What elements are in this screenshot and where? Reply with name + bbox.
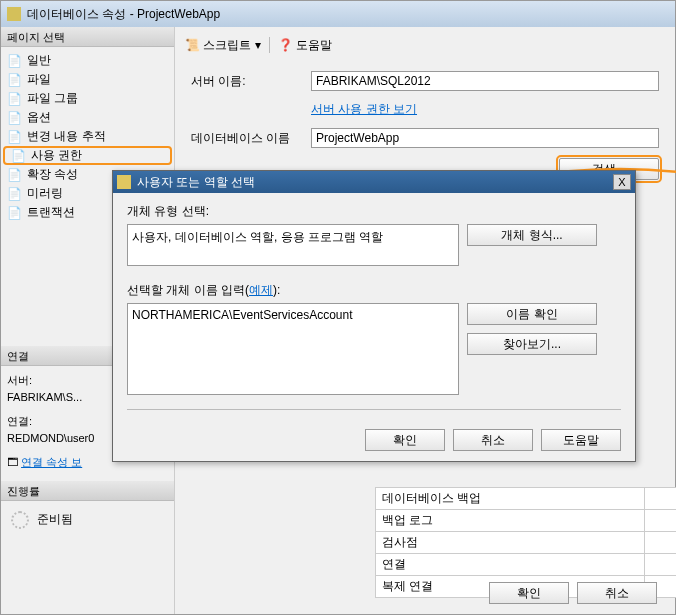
page-icon: 📄 (7, 130, 21, 144)
page-icon: 📄 (7, 92, 21, 106)
nav-general[interactable]: 📄일반 (1, 51, 174, 70)
object-names-input[interactable] (127, 303, 459, 395)
progress-header: 진행률 (1, 481, 174, 501)
dialog-title: 사용자 또는 역할 선택 (137, 174, 255, 191)
browse-button[interactable]: 찾아보기... (467, 333, 597, 355)
separator (269, 37, 270, 53)
nav-change-tracking[interactable]: 📄변경 내용 추적 (1, 127, 174, 146)
toolbar: 📜 스크립트 ▾ ❓ 도움말 (185, 33, 665, 57)
table-row: 연결 (376, 554, 677, 576)
check-names-button[interactable]: 이름 확인 (467, 303, 597, 325)
script-dropdown[interactable]: 스크립트 (203, 37, 251, 54)
page-icon: 📄 (7, 73, 21, 87)
page-icon: 📄 (7, 111, 21, 125)
server-name-label: 서버 이름: (191, 73, 311, 90)
view-server-perm-link[interactable]: 서버 사용 권한 보기 (311, 101, 417, 118)
nav-permissions[interactable]: 📄사용 권한 (3, 146, 172, 165)
conn-props-icon: 🗔 (7, 456, 18, 468)
ok-button[interactable]: 확인 (489, 582, 569, 604)
object-type-label: 개체 유형 선택: (127, 203, 621, 220)
close-button[interactable]: X (613, 174, 631, 190)
nav-options[interactable]: 📄옵션 (1, 108, 174, 127)
script-icon: 📜 (185, 38, 199, 52)
table-row: 데이터베이스 백업 (376, 488, 677, 510)
titlebar: 데이터베이스 속성 - ProjectWebApp (1, 1, 675, 27)
db-name-field (311, 128, 659, 148)
page-icon: 📄 (7, 54, 21, 68)
page-select-header: 페이지 선택 (1, 27, 174, 47)
page-icon: 📄 (7, 187, 21, 201)
spinner-icon (11, 511, 29, 529)
view-conn-props-link[interactable]: 연결 속성 보 (21, 456, 82, 468)
page-icon: 📄 (11, 149, 25, 163)
server-name-field (311, 71, 659, 91)
db-name-label: 데이터베이스 이름 (191, 130, 311, 147)
cancel-button[interactable]: 취소 (577, 582, 657, 604)
dialog-icon (117, 175, 131, 189)
page-icon: 📄 (7, 206, 21, 220)
object-type-box (127, 224, 459, 266)
dialog-cancel-button[interactable]: 취소 (453, 429, 533, 451)
nav-filegroups[interactable]: 📄파일 그룹 (1, 89, 174, 108)
dialog-titlebar: 사용자 또는 역할 선택 X (113, 171, 635, 193)
help-icon: ❓ (278, 38, 292, 52)
select-user-role-dialog: 사용자 또는 역할 선택 X 개체 유형 선택: 개체 형식... 선택할 개체… (112, 170, 636, 462)
db-icon (7, 7, 21, 21)
window-title: 데이터베이스 속성 - ProjectWebApp (27, 6, 220, 23)
page-icon: 📄 (7, 168, 21, 182)
dialog-help-button[interactable]: 도움말 (541, 429, 621, 451)
chevron-down-icon[interactable]: ▾ (255, 38, 261, 52)
progress-text: 준비됨 (37, 511, 73, 528)
table-row: 검사점 (376, 532, 677, 554)
dialog-ok-button[interactable]: 확인 (365, 429, 445, 451)
help-button[interactable]: 도움말 (296, 37, 332, 54)
table-row: 백업 로그 (376, 510, 677, 532)
names-label: 선택할 개체 이름 입력(예제): (127, 282, 621, 299)
nav-files[interactable]: 📄파일 (1, 70, 174, 89)
example-link[interactable]: 예제 (249, 283, 273, 297)
object-types-button[interactable]: 개체 형식... (467, 224, 597, 246)
